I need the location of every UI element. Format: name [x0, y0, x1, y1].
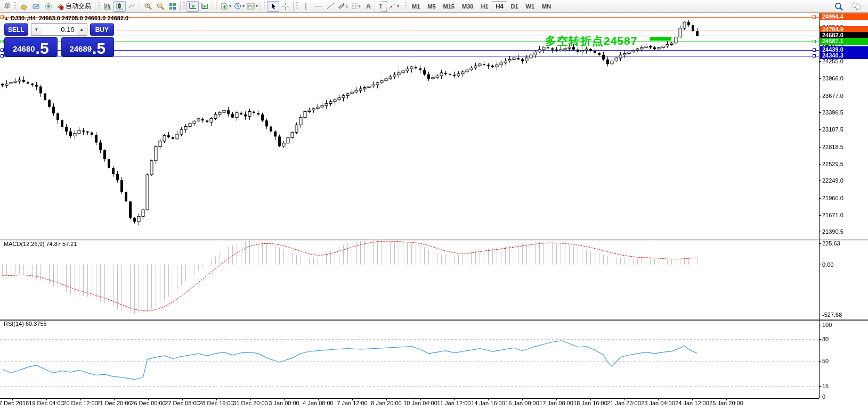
bar-chart-icon — [103, 2, 112, 10]
rsi-axis-label: 50 — [822, 358, 829, 364]
time-axis-label: 3 Jan 00:00 — [269, 400, 299, 406]
rsi-axis-label: 80 — [822, 336, 829, 342]
y-axis-label: 21671.0 — [822, 212, 843, 218]
timeframe-h4-button[interactable]: H4 — [492, 1, 507, 11]
crosshair-button[interactable] — [279, 1, 291, 12]
sell-button[interactable]: SELL — [4, 23, 28, 36]
line-chart-button[interactable] — [126, 1, 138, 12]
toolbar-grip — [14, 2, 16, 10]
toolbar-grip — [98, 2, 100, 10]
volume-up-button[interactable]: ▲ — [77, 23, 87, 36]
time-axis-label: 27 Dec 08:00 — [165, 400, 199, 406]
horizontal-line-button[interactable] — [312, 1, 324, 12]
search-icon — [834, 2, 843, 11]
collapse-panel-icon[interactable]: ▲ — [4, 16, 9, 21]
news-button[interactable] — [30, 1, 42, 12]
zoom-in-button[interactable] — [142, 1, 154, 12]
time-axis-label: 19 Dec 04:00 — [29, 400, 63, 406]
timeframe-m15-button[interactable]: M15 — [440, 1, 458, 11]
chart-shift-button[interactable] — [199, 1, 211, 12]
hline-price-badge: 24994.4 — [820, 13, 868, 20]
price-chart-canvas[interactable] — [0, 0, 868, 410]
one-click-trading-panel: SELL ▼ ▲ BUY 24680.5 24689.5 — [4, 23, 114, 57]
timeframe-m30-button[interactable]: M30 — [458, 1, 477, 11]
cursor-icon — [270, 2, 277, 10]
time-axis-label: 17 Dec 2018 — [0, 400, 29, 406]
y-axis-label: 22818.5 — [822, 144, 843, 150]
rsi-axis-label: 100 — [822, 322, 832, 328]
autotrading-button[interactable]: 自动交易 — [54, 1, 93, 12]
time-axis-label: 8 Jan 20:00 — [371, 400, 402, 406]
volume-down-button[interactable]: ▼ — [31, 23, 42, 36]
crosshair-icon — [281, 2, 290, 10]
y-axis-label: 22529.5 — [822, 161, 843, 167]
news-icon — [32, 3, 40, 10]
auto-scroll-icon — [189, 2, 197, 10]
time-axis-label: 28 Dec 16:00 — [199, 400, 233, 406]
trendline-button[interactable] — [324, 1, 336, 12]
arrows-button[interactable]: ▾ — [387, 1, 400, 12]
tile-windows-button[interactable] — [166, 1, 179, 12]
rsi-label: RSI(14) 60.3755 — [4, 321, 47, 327]
timeframe-d1-button[interactable]: D1 — [507, 1, 522, 11]
macd-axis-label: 0.00 — [822, 261, 833, 268]
timeframe-m1-button[interactable]: M1 — [408, 1, 424, 11]
horizontal-line-icon — [314, 2, 322, 10]
time-axis-label: 25 Jan 20:00 — [709, 400, 743, 406]
time-axis-label: 24 Jan 12:00 — [675, 400, 709, 406]
equidistant-channel-button[interactable]: E — [336, 1, 350, 12]
tile-windows-icon — [168, 2, 177, 10]
periods-icon — [233, 2, 242, 10]
time-axis-label: 31 Dec 20:00 — [233, 400, 267, 406]
gold-button[interactable] — [18, 1, 30, 12]
indicators-button[interactable]: ▾ — [246, 1, 259, 12]
auto-scroll-button[interactable] — [186, 1, 199, 12]
toolbar-grip — [216, 2, 217, 10]
candlestick-icon — [116, 2, 124, 10]
info-icon — [44, 3, 53, 10]
text-label-button[interactable]: T — [375, 1, 387, 12]
buy-price-int: 24689 — [69, 44, 92, 53]
indicators-icon — [247, 2, 255, 10]
rsi-axis-label: 0 — [822, 393, 825, 400]
time-axis-label: 21 Dec 20:00 — [96, 400, 131, 406]
zoom-out-button[interactable] — [154, 1, 166, 12]
buy-price-display[interactable]: 24689.5 — [61, 37, 115, 57]
time-axis-label: 26 Dec 00:00 — [131, 400, 165, 406]
sell-price-display[interactable]: 24680.5 — [4, 37, 58, 57]
chat-button[interactable] — [850, 1, 863, 12]
timeframe-w1-button[interactable]: W1 — [522, 1, 539, 11]
fibonacci-button[interactable]: F — [350, 1, 362, 12]
text-button[interactable]: A — [362, 1, 375, 12]
timeframe-mn-button[interactable]: MN — [538, 1, 555, 11]
templates-button[interactable]: ▾ — [219, 1, 232, 12]
timeframe-h1-button[interactable]: H1 — [477, 1, 492, 11]
toolbar: 单 自动交易 ▾ ▾ ▾ — [0, 0, 868, 13]
time-axis-label: 16 Jan 00:00 — [505, 400, 539, 406]
cursor-button[interactable] — [267, 1, 279, 12]
new-order-button[interactable]: 单 — [1, 1, 13, 12]
bar-chart-button[interactable] — [101, 1, 113, 12]
periods-button[interactable]: ▾ — [232, 1, 246, 12]
y-axis-label: 23396.5 — [822, 109, 843, 116]
vertical-line-button[interactable] — [299, 1, 312, 12]
time-axis-label: 14 Jan 16:00 — [471, 400, 505, 406]
chart-title: ▲DJ30-,H424663.0 24705.0 24661.0 24682.0 — [4, 15, 128, 21]
y-axis-label: 23677.0 — [822, 93, 843, 99]
buy-button[interactable]: BUY — [90, 23, 114, 36]
chart-shift-icon — [201, 2, 209, 10]
annotation-text[interactable]: 多空转折点24587 — [545, 34, 637, 48]
autotrading-icon — [56, 3, 64, 10]
info-button[interactable] — [42, 1, 54, 12]
zoom-out-icon — [156, 2, 165, 10]
timeframe-m5-button[interactable]: M5 — [424, 1, 439, 11]
macd-label: MACD(12,26,9) 74.87 57.21 — [4, 241, 77, 247]
rsi-axis-label: 15 — [822, 383, 829, 389]
candlestick-button[interactable] — [113, 1, 126, 12]
time-axis-label: 21 Jan 23:00 — [607, 400, 641, 406]
volume-input[interactable] — [42, 23, 77, 36]
toolbar-grip — [183, 2, 185, 10]
time-axis-label: 17 Jan 08:00 — [539, 400, 573, 406]
y-axis-label: 23966.0 — [822, 75, 843, 81]
search-button[interactable] — [832, 1, 845, 12]
